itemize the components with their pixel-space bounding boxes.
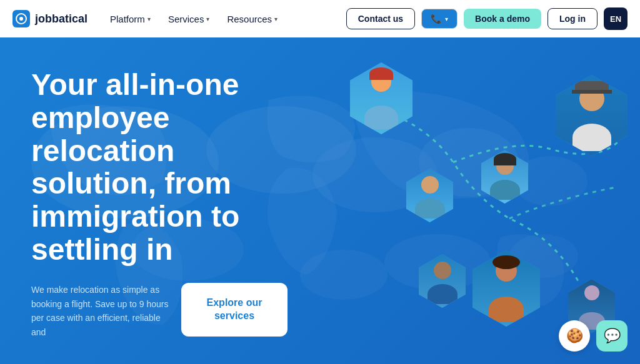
hero-headline: Your all-in-one employee relocation solu… [31,69,288,267]
svg-point-1 [19,17,23,21]
hero-bottom: We make relocation as simple as booking … [31,283,288,339]
logo[interactable]: jobbatical [12,10,88,27]
navbar: jobbatical Platform ▾ Services ▾ Resourc… [0,0,640,37]
brand-name: jobbatical [35,12,88,26]
phone-icon: 📞 [431,14,441,24]
phone-button[interactable]: 📞 ▾ [421,9,458,29]
nav-platform[interactable]: Platform ▾ [102,9,158,29]
hero-right [312,37,640,364]
hero-left: Your all-in-one employee relocation solu… [0,37,312,364]
hero-description: We make relocation as simple as booking … [31,283,169,339]
hero-section: Your all-in-one employee relocation solu… [0,37,640,364]
nav-right: Contact us 📞 ▾ Book a demo Log in EN [346,7,628,30]
logo-icon [12,10,30,27]
chevron-down-icon: ▾ [206,16,209,22]
chat-icon: 💬 [604,328,621,344]
chat-widget-button[interactable]: 💬 [596,320,628,352]
book-demo-button[interactable]: Book a demo [464,9,541,29]
cookie-button[interactable]: 🍪 [559,320,590,352]
explore-services-button[interactable]: Explore our services [181,283,288,337]
nav-services[interactable]: Services ▾ [161,9,218,29]
chevron-down-icon: ▾ [148,16,151,22]
language-selector[interactable]: EN [604,7,628,30]
chevron-down-icon: ▾ [445,16,448,22]
cookie-icon: 🍪 [566,328,583,344]
nav-links: Platform ▾ Services ▾ Resources ▾ [102,9,346,29]
nav-resources[interactable]: Resources ▾ [219,9,285,29]
contact-us-button[interactable]: Contact us [346,8,415,29]
chevron-down-icon: ▾ [274,16,278,22]
login-button[interactable]: Log in [548,8,598,29]
